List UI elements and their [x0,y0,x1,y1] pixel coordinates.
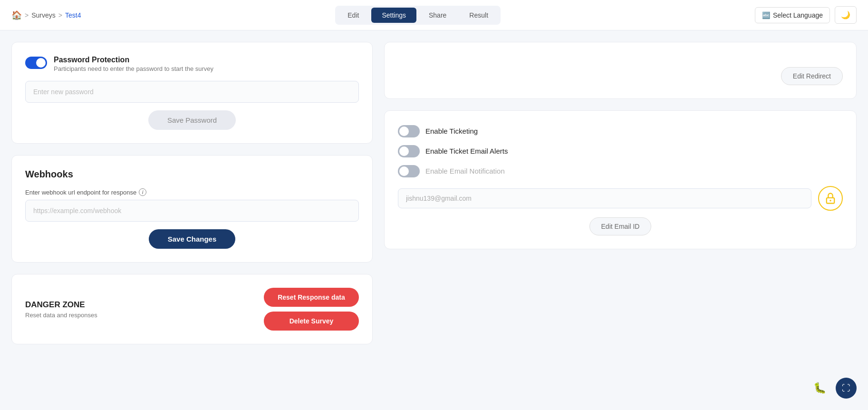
enable-email-notif-row: Enable Email Notification [398,164,843,177]
password-toggle-label: Password Protection Participants need to… [54,56,213,72]
enable-ticket-email-row: Enable Ticket Email Alerts [398,144,843,157]
svg-point-1 [829,200,831,202]
translate-icon: 🔤 [762,11,770,19]
email-input[interactable] [398,188,811,208]
header: 🏠 > Surveys > Test4 Edit Settings Share … [0,0,868,30]
tab-result[interactable]: Result [459,8,499,23]
save-password-button[interactable]: Save Password [148,110,236,130]
breadcrumb-sep1: > [25,11,29,19]
header-right: 🔤 Select Language 🌙 [755,6,857,24]
webhooks-title: Webhooks [25,169,359,180]
webhook-url-input[interactable] [25,200,359,222]
tab-settings[interactable]: Settings [371,8,416,23]
dark-mode-button[interactable]: 🌙 [835,6,857,24]
password-toggle[interactable] [25,57,47,69]
enable-email-notif-toggle[interactable] [398,165,420,177]
password-description: Participants need to enter the password … [54,65,213,72]
right-column: Edit Redirect Enable Ticketing Enable Ti… [384,42,857,344]
nav-tabs: Edit Settings Share Result [335,6,501,25]
password-protection-card: Password Protection Participants need to… [11,42,373,144]
edit-redirect-button[interactable]: Edit Redirect [781,67,843,85]
danger-zone-subtitle: Reset data and responses [25,312,97,319]
home-icon[interactable]: 🏠 [11,10,22,20]
breadcrumb-surveys[interactable]: Surveys [31,11,56,19]
ticket-card: Enable Ticketing Enable Ticket Email Ale… [384,110,857,249]
fullscreen-icon: ⛶ [842,383,850,393]
danger-zone-card: DANGER ZONE Reset data and responses Res… [11,274,373,344]
breadcrumb: 🏠 > Surveys > Test4 [11,10,81,20]
danger-zone-title: DANGER ZONE [25,300,97,310]
tab-share[interactable]: Share [418,8,457,23]
email-field-row [398,186,843,211]
enable-ticketing-toggle[interactable] [398,125,420,137]
enable-ticketing-row: Enable Ticketing [398,124,843,137]
language-selector-button[interactable]: 🔤 Select Language [755,7,830,23]
enable-ticket-email-label: Enable Ticket Email Alerts [425,147,508,155]
lock-icon [818,186,843,211]
save-changes-button[interactable]: Save Changes [149,229,236,249]
password-input[interactable] [25,81,359,103]
reset-response-button[interactable]: Reset Response data [264,288,359,307]
enable-ticket-email-toggle[interactable] [398,145,420,157]
delete-survey-button[interactable]: Delete Survey [264,312,359,331]
redirect-card: Edit Redirect [384,42,857,99]
enable-ticketing-label: Enable Ticketing [425,127,478,135]
left-column: Password Protection Participants need to… [11,42,373,344]
danger-zone-actions: Reset Response data Delete Survey [264,288,359,331]
info-icon[interactable]: i [139,188,146,196]
breadcrumb-sep2: > [58,11,62,19]
tab-edit[interactable]: Edit [337,8,369,23]
edit-email-button[interactable]: Edit Email ID [589,217,652,235]
bug-report-button[interactable]: 🐛 [809,378,830,399]
moon-icon: 🌙 [841,11,850,19]
main-content: Password Protection Participants need to… [0,30,868,356]
danger-zone-info: DANGER ZONE Reset data and responses [25,300,97,319]
password-title: Password Protection [54,56,213,64]
language-label: Select Language [773,11,823,19]
bug-icon: 🐛 [813,382,826,394]
password-toggle-row: Password Protection Participants need to… [25,56,359,72]
fullscreen-button[interactable]: ⛶ [836,378,857,399]
webhook-field-label: Enter webhook url endpoint for response … [25,188,359,196]
webhooks-card: Webhooks Enter webhook url endpoint for … [11,155,373,263]
enable-email-notif-label: Enable Email Notification [425,167,505,175]
breadcrumb-current: Test4 [65,11,81,19]
bottom-actions: 🐛 ⛶ [809,378,857,399]
